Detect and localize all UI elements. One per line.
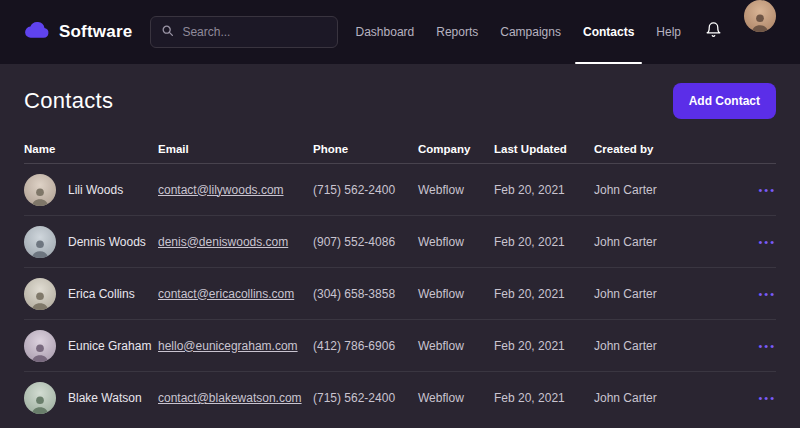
cloud-icon bbox=[24, 20, 50, 44]
column-header-phone: Phone bbox=[313, 143, 418, 155]
contact-created-by: John Carter bbox=[594, 235, 750, 249]
nav-item-dashboard[interactable]: Dashboard bbox=[356, 0, 415, 64]
page-head: Contacts Add Contact bbox=[24, 82, 776, 120]
page-title: Contacts bbox=[24, 88, 113, 114]
column-header-name: Name bbox=[24, 143, 158, 155]
contact-last-updated: Feb 20, 2021 bbox=[494, 235, 594, 249]
row-menu-button[interactable]: ••• bbox=[750, 184, 776, 196]
table-row: Erica Collins contact@ericacollins.com (… bbox=[24, 268, 776, 320]
contact-created-by: John Carter bbox=[594, 391, 750, 405]
row-menu-button[interactable]: ••• bbox=[750, 340, 776, 352]
search-box[interactable] bbox=[150, 16, 337, 48]
row-menu-button[interactable]: ••• bbox=[750, 392, 776, 404]
contact-name-cell: Blake Watson bbox=[24, 382, 158, 414]
notifications-button[interactable] bbox=[705, 0, 722, 64]
contact-last-updated: Feb 20, 2021 bbox=[494, 391, 594, 405]
brand-name: Software bbox=[59, 22, 132, 42]
contact-phone: (715) 562-2400 bbox=[313, 391, 418, 405]
contact-email-link[interactable]: hello@eunicegraham.com bbox=[158, 339, 298, 353]
nav-item-campaigns[interactable]: Campaigns bbox=[500, 0, 561, 64]
contact-company: Webflow bbox=[418, 235, 494, 249]
contact-phone: (907) 552-4086 bbox=[313, 235, 418, 249]
contact-email-cell: contact@ericacollins.com bbox=[158, 287, 313, 301]
contact-avatar bbox=[24, 330, 56, 362]
user-avatar[interactable] bbox=[744, 0, 776, 32]
table-row: Eunice Graham hello@eunicegraham.com (41… bbox=[24, 320, 776, 372]
column-header-email: Email bbox=[158, 143, 313, 155]
contact-email-cell: hello@eunicegraham.com bbox=[158, 339, 313, 353]
top-header: Software Dashboard Reports Campaigns Con… bbox=[0, 0, 800, 64]
contact-company: Webflow bbox=[418, 183, 494, 197]
contact-name-cell: Erica Collins bbox=[24, 278, 158, 310]
search-input[interactable] bbox=[182, 25, 326, 39]
table-row: Blake Watson contact@blakewatson.com (71… bbox=[24, 372, 776, 424]
column-header-last-updated: Last Updated bbox=[494, 143, 594, 155]
contact-created-by: John Carter bbox=[594, 287, 750, 301]
contact-name: Dennis Woods bbox=[68, 235, 146, 249]
contact-company: Webflow bbox=[418, 391, 494, 405]
contact-name: Lili Woods bbox=[68, 183, 123, 197]
table-row: Lili Woods contact@lilywoods.com (715) 5… bbox=[24, 164, 776, 216]
contact-company: Webflow bbox=[418, 339, 494, 353]
contact-last-updated: Feb 20, 2021 bbox=[494, 287, 594, 301]
add-contact-button[interactable]: Add Contact bbox=[673, 83, 776, 119]
table-header-row: Name Email Phone Company Last Updated Cr… bbox=[24, 134, 776, 164]
contact-name: Erica Collins bbox=[68, 287, 135, 301]
contact-email-cell: contact@blakewatson.com bbox=[158, 391, 313, 405]
contact-avatar bbox=[24, 278, 56, 310]
contact-email-cell: denis@deniswoods.com bbox=[158, 235, 313, 249]
contact-phone: (412) 786-6906 bbox=[313, 339, 418, 353]
contact-avatar bbox=[24, 226, 56, 258]
contact-name: Eunice Graham bbox=[68, 339, 151, 353]
contact-avatar bbox=[24, 382, 56, 414]
contact-name-cell: Dennis Woods bbox=[24, 226, 158, 258]
nav-item-contacts[interactable]: Contacts bbox=[583, 0, 634, 64]
contact-phone: (715) 562-2400 bbox=[313, 183, 418, 197]
row-menu-button[interactable]: ••• bbox=[750, 236, 776, 248]
contact-name: Blake Watson bbox=[68, 391, 142, 405]
contact-name-cell: Eunice Graham bbox=[24, 330, 158, 362]
contact-email-link[interactable]: contact@lilywoods.com bbox=[158, 183, 284, 197]
contact-last-updated: Feb 20, 2021 bbox=[494, 339, 594, 353]
main-nav: Dashboard Reports Campaigns Contacts Hel… bbox=[356, 0, 776, 64]
contact-last-updated: Feb 20, 2021 bbox=[494, 183, 594, 197]
contact-email-cell: contact@lilywoods.com bbox=[158, 183, 313, 197]
contacts-table: Name Email Phone Company Last Updated Cr… bbox=[24, 134, 776, 424]
contact-email-link[interactable]: contact@ericacollins.com bbox=[158, 287, 294, 301]
contact-email-link[interactable]: contact@blakewatson.com bbox=[158, 391, 302, 405]
contact-name-cell: Lili Woods bbox=[24, 174, 158, 206]
contact-company: Webflow bbox=[418, 287, 494, 301]
contact-created-by: John Carter bbox=[594, 339, 750, 353]
table-row: Dennis Woods denis@deniswoods.com (907) … bbox=[24, 216, 776, 268]
main-content: Contacts Add Contact Name Email Phone Co… bbox=[0, 64, 800, 424]
column-header-created-by: Created by bbox=[594, 143, 750, 155]
row-menu-button[interactable]: ••• bbox=[750, 288, 776, 300]
bell-icon bbox=[705, 21, 722, 43]
nav-item-reports[interactable]: Reports bbox=[436, 0, 478, 64]
column-header-company: Company bbox=[418, 143, 494, 155]
search-icon bbox=[161, 23, 174, 41]
contact-phone: (304) 658-3858 bbox=[313, 287, 418, 301]
brand[interactable]: Software bbox=[24, 20, 132, 44]
contact-created-by: John Carter bbox=[594, 183, 750, 197]
contact-email-link[interactable]: denis@deniswoods.com bbox=[158, 235, 288, 249]
contact-avatar bbox=[24, 174, 56, 206]
nav-item-help[interactable]: Help bbox=[656, 0, 681, 64]
